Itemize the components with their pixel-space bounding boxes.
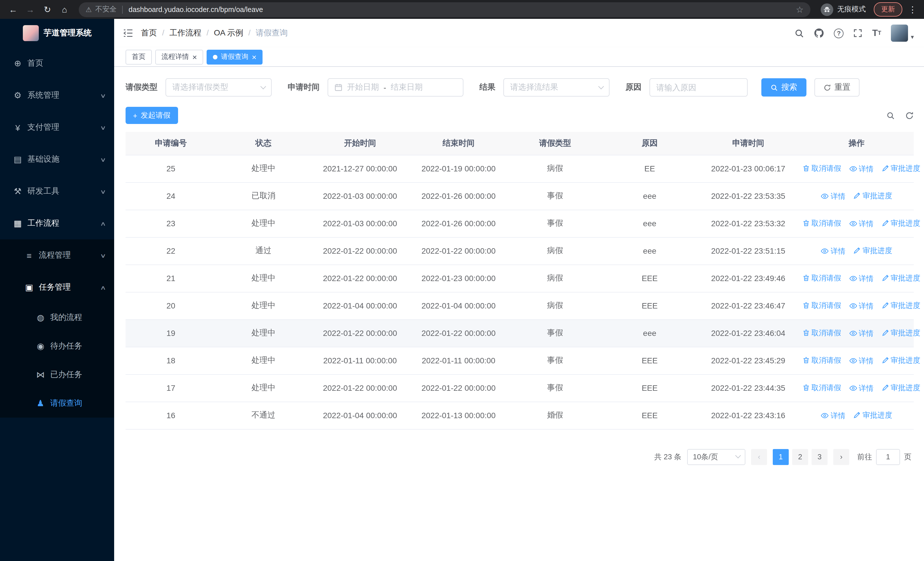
forward-button[interactable]: → (23, 2, 38, 17)
cell-end-time: 2022-01-04 00:00:00 (409, 292, 508, 319)
approval-progress-link[interactable]: 审批进度 (882, 218, 920, 228)
font-size-icon[interactable]: TT (872, 29, 881, 38)
detail-link[interactable]: 详情 (849, 383, 873, 393)
sidebar-menu-item[interactable]: ⚒ 研发工具 ∨ (0, 175, 114, 208)
toggle-search-icon[interactable] (886, 111, 895, 120)
cell-leave-type: 病假 (508, 155, 602, 182)
cancel-leave-link[interactable]: 取消请假 (802, 355, 841, 365)
goto-page-input[interactable] (876, 449, 900, 465)
breadcrumb-item[interactable]: 工作流程 (157, 28, 201, 38)
cancel-leave-link[interactable]: 取消请假 (802, 382, 841, 393)
cancel-leave-link[interactable]: 取消请假 (802, 218, 841, 228)
detail-link[interactable]: 详情 (821, 411, 846, 421)
app-logo[interactable]: 芋道管理系统 (0, 19, 114, 47)
detail-link[interactable]: 详情 (849, 301, 873, 311)
security-label[interactable]: 不安全 (95, 5, 117, 14)
approval-progress-link[interactable]: 审批进度 (854, 410, 892, 420)
trash-icon (802, 302, 810, 309)
reset-button[interactable]: 重置 (814, 78, 860, 96)
page-number-button[interactable]: 3 (812, 449, 828, 465)
address-bar[interactable]: ⚠ 不安全 dashboard.yudao.iocoder.cn/bpm/oa/… (79, 2, 810, 17)
sidebar-menu-item[interactable]: ▦ 工作流程 ∧ (0, 208, 114, 239)
user-menu[interactable]: ▼ (891, 24, 915, 42)
bookmark-star-icon[interactable]: ☆ (796, 4, 804, 15)
back-button[interactable]: ← (6, 2, 21, 17)
breadcrumb-item[interactable]: 首页 (141, 28, 157, 38)
sidebar-collapse-icon[interactable] (123, 29, 133, 37)
approval-progress-link[interactable]: 审批进度 (854, 245, 892, 256)
approval-progress-link[interactable]: 审批进度 (854, 191, 892, 201)
page-tab[interactable]: 请假查询 × (207, 50, 262, 64)
close-icon[interactable]: × (252, 53, 256, 61)
update-button[interactable]: 更新 (874, 2, 902, 17)
approval-progress-link[interactable]: 审批进度 (882, 300, 920, 310)
cancel-leave-link[interactable]: 取消请假 (802, 300, 841, 310)
cancel-leave-link[interactable]: 取消请假 (802, 273, 841, 283)
leave-type-select[interactable]: 请选择请假类型 (165, 78, 272, 96)
sidebar-menu-item[interactable]: ♟ 请假查询 (0, 389, 114, 418)
browser-menu-icon[interactable]: ⋮ (907, 4, 918, 15)
cell-reason: eee (602, 210, 697, 237)
sidebar-menu-item[interactable]: ▤ 基础设施 ∨ (0, 143, 114, 175)
breadcrumb-item[interactable]: OA 示例 (201, 28, 243, 38)
page-number-button[interactable]: 1 (773, 449, 789, 465)
cancel-leave-link[interactable]: 取消请假 (802, 328, 841, 338)
close-icon[interactable]: × (192, 53, 197, 61)
cancel-leave-link[interactable]: 取消请假 (802, 163, 841, 173)
approval-progress-link[interactable]: 审批进度 (882, 382, 920, 393)
detail-link[interactable]: 详情 (849, 218, 873, 229)
fullscreen-icon[interactable] (853, 29, 862, 38)
sidebar-menu-item[interactable]: ¥ 支付管理 ∨ (0, 111, 114, 143)
github-icon[interactable] (814, 28, 824, 38)
sidebar-menu-item[interactable]: ◍ 我的流程 (0, 303, 114, 332)
result-select[interactable]: 请选择流结果 (503, 78, 609, 96)
page-number-button[interactable]: 2 (792, 449, 808, 465)
approval-progress-link[interactable]: 审批进度 (882, 355, 920, 365)
next-page-button[interactable]: › (833, 449, 849, 465)
search-button[interactable]: 搜索 (761, 78, 806, 96)
page-size-select[interactable]: 10条/页 (687, 449, 746, 465)
tab-label: 首页 (132, 52, 146, 62)
column-header: 申请编号 (126, 132, 216, 155)
search-icon[interactable] (795, 28, 804, 38)
cell-reason: EE (602, 155, 697, 182)
column-header: 原因 (602, 132, 697, 155)
detail-link[interactable]: 详情 (849, 273, 873, 284)
refresh-icon[interactable] (905, 111, 914, 120)
help-icon[interactable]: ? (834, 28, 843, 38)
done-task-icon: ⋈ (34, 370, 47, 380)
url-text[interactable]: dashboard.yudao.iocoder.cn/bpm/oa/leave (129, 5, 263, 14)
sidebar-menu-item[interactable]: ⚙ 系统管理 ∨ (0, 80, 114, 111)
breadcrumb-item[interactable]: 请假查询 (243, 28, 288, 38)
detail-link[interactable]: 详情 (821, 191, 846, 202)
table-row: 25 处理中 2021-12-27 00:00:00 2022-01-19 00… (126, 155, 914, 182)
reload-button[interactable]: ↻ (40, 2, 55, 17)
column-header: 结束时间 (409, 132, 508, 155)
sidebar-menu-item[interactable]: ≡ 流程管理 ∨ (0, 239, 114, 271)
leave-query-icon: ♟ (34, 398, 47, 409)
trash-icon (802, 329, 810, 337)
page-tab[interactable]: 流程详情 × (155, 50, 203, 64)
sidebar-menu-item[interactable]: ⋈ 已办任务 (0, 361, 114, 389)
prev-page-button[interactable]: ‹ (751, 449, 767, 465)
system-gear-icon: ⚙ (11, 90, 24, 101)
detail-link[interactable]: 详情 (849, 356, 873, 366)
cell-apply-id: 17 (126, 374, 216, 402)
approval-progress-link[interactable]: 审批进度 (882, 163, 920, 173)
approval-progress-link[interactable]: 审批进度 (882, 328, 920, 338)
incognito-label: 无痕模式 (837, 5, 866, 14)
home-button[interactable]: ⌂ (57, 2, 72, 17)
approval-progress-link[interactable]: 审批进度 (882, 273, 920, 283)
cell-leave-type: 病假 (508, 237, 602, 265)
reason-input[interactable] (656, 83, 741, 92)
sidebar-menu-item[interactable]: ◉ 待办任务 (0, 332, 114, 361)
sidebar-menu-item[interactable]: ▣ 任务管理 ∧ (0, 271, 114, 303)
chevron-down-icon (261, 83, 266, 89)
sidebar-menu-item[interactable]: ⊕ 首页 (0, 47, 114, 80)
apply-time-range-picker[interactable]: 开始日期 - 结束日期 (328, 78, 464, 96)
detail-link[interactable]: 详情 (849, 164, 873, 174)
detail-link[interactable]: 详情 (821, 246, 846, 256)
create-leave-button[interactable]: + 发起请假 (126, 107, 178, 124)
page-tab[interactable]: 首页 (126, 50, 152, 64)
detail-link[interactable]: 详情 (849, 328, 873, 338)
